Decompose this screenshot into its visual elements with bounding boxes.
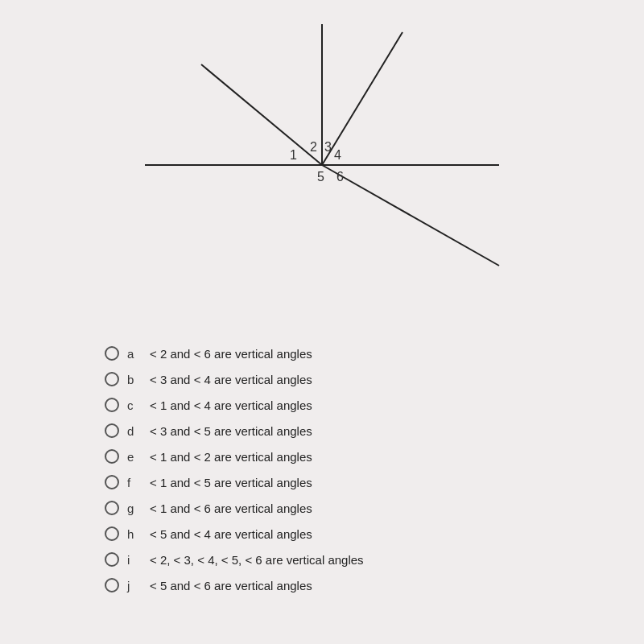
svg-text:6: 6 <box>336 170 344 184</box>
option-letter-c: c <box>127 398 142 412</box>
option-letter-d: d <box>127 424 142 438</box>
option-row-b: b< 3 and < 4 are vertical angles <box>105 372 364 386</box>
option-text-g: < 1 and < 6 are vertical angles <box>150 502 312 515</box>
option-text-f: < 1 and < 5 are vertical angles <box>150 476 312 489</box>
radio-c[interactable] <box>105 398 119 412</box>
option-letter-a: a <box>127 347 142 361</box>
option-row-c: c< 1 and < 4 are vertical angles <box>105 398 364 412</box>
radio-j[interactable] <box>105 578 119 592</box>
option-letter-f: f <box>127 476 142 489</box>
option-text-j: < 5 and < 6 are vertical angles <box>150 579 312 592</box>
option-text-a: < 2 and < 6 are vertical angles <box>150 347 312 361</box>
option-row-g: g< 1 and < 6 are vertical angles <box>105 501 364 515</box>
svg-line-4 <box>322 165 499 266</box>
option-text-i: < 2, < 3, < 4, < 5, < 6 are vertical ang… <box>150 553 364 567</box>
option-letter-e: e <box>127 450 142 464</box>
option-letter-h: h <box>127 527 142 541</box>
svg-text:2: 2 <box>310 140 317 154</box>
option-text-h: < 5 and < 4 are vertical angles <box>150 527 312 541</box>
svg-text:4: 4 <box>334 148 341 162</box>
svg-line-3 <box>322 32 402 165</box>
option-row-d: d< 3 and < 5 are vertical angles <box>105 423 364 438</box>
options-container: a< 2 and < 6 are vertical anglesb< 3 and… <box>105 346 364 592</box>
geometry-diagram: 1 2 3 4 5 6 <box>121 16 523 274</box>
radio-g[interactable] <box>105 501 119 515</box>
radio-a[interactable] <box>105 346 119 361</box>
option-row-j: j< 5 and < 6 are vertical angles <box>105 578 364 592</box>
option-row-f: f< 1 and < 5 are vertical angles <box>105 475 364 489</box>
radio-b[interactable] <box>105 372 119 386</box>
radio-e[interactable] <box>105 449 119 464</box>
svg-text:1: 1 <box>290 148 297 162</box>
svg-text:5: 5 <box>317 170 324 184</box>
svg-line-1 <box>201 64 322 165</box>
radio-d[interactable] <box>105 423 119 438</box>
option-letter-i: i <box>127 553 142 567</box>
option-letter-b: b <box>127 373 142 386</box>
svg-text:3: 3 <box>324 140 332 154</box>
diagram-container: 1 2 3 4 5 6 <box>121 16 523 274</box>
option-letter-g: g <box>127 502 142 515</box>
radio-i[interactable] <box>105 552 119 567</box>
option-text-c: < 1 and < 4 are vertical angles <box>150 398 312 412</box>
radio-h[interactable] <box>105 526 119 541</box>
option-text-d: < 3 and < 5 are vertical angles <box>150 424 312 438</box>
option-row-e: e< 1 and < 2 are vertical angles <box>105 449 364 464</box>
option-text-e: < 1 and < 2 are vertical angles <box>150 450 312 464</box>
option-letter-j: j <box>127 579 142 592</box>
option-row-h: h< 5 and < 4 are vertical angles <box>105 526 364 541</box>
radio-f[interactable] <box>105 475 119 489</box>
option-row-a: a< 2 and < 6 are vertical angles <box>105 346 364 361</box>
option-row-i: i< 2, < 3, < 4, < 5, < 6 are vertical an… <box>105 552 364 567</box>
option-text-b: < 3 and < 4 are vertical angles <box>150 373 312 386</box>
